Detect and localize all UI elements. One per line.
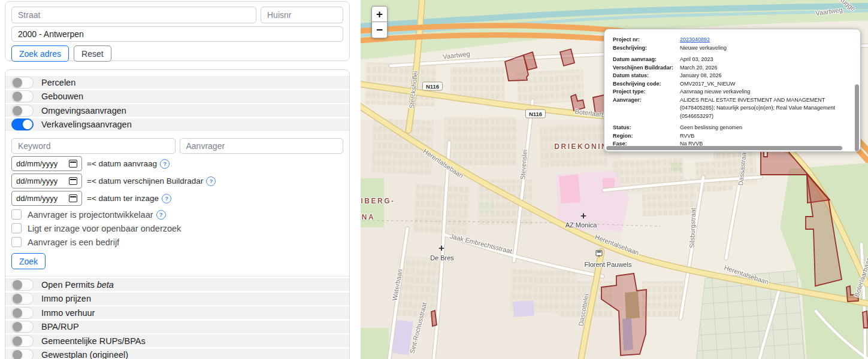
popup-horizontal-scrollbar[interactable] bbox=[606, 146, 842, 150]
layer-toggle-bpa-rup[interactable] bbox=[11, 321, 34, 333]
toggle-knob bbox=[13, 280, 22, 290]
calendar-icon[interactable] bbox=[69, 194, 77, 202]
map-label: De Bres bbox=[430, 254, 454, 261]
layer-label: Omgevingsaanvragen bbox=[41, 106, 126, 115]
project-number-link[interactable]: 2023040892 bbox=[680, 36, 710, 44]
checkbox-filter-list: Aanvrager is projectontwikkelaar?Ligt er… bbox=[11, 209, 343, 247]
detail-value: RVVB bbox=[680, 132, 694, 141]
layer-label: Gebouwen bbox=[41, 92, 83, 101]
detail-label: Datum status: bbox=[613, 72, 680, 80]
layer-toggle-gebouwen[interactable] bbox=[11, 90, 34, 102]
date-input-2[interactable]: dd/mm/yyyy bbox=[11, 191, 82, 206]
road-badge: N116 bbox=[525, 109, 546, 118]
date-filter-label: =< datum verschijnen Buildradar bbox=[87, 177, 203, 185]
date-filter-row: dd/mm/yyyy=< datum verschijnen Buildrada… bbox=[11, 174, 343, 188]
map-label: AZ Monica bbox=[565, 221, 597, 229]
checkbox-filter-row: Aanvrager is een bedrijf bbox=[11, 237, 343, 247]
search-permits-button[interactable]: Zoek bbox=[11, 253, 46, 269]
date-filter-label: =< datum aanvraag bbox=[87, 159, 157, 168]
detail-label: Beschrijving code: bbox=[613, 80, 680, 89]
project-detail-row: Beschrijving:Nieuwe verkaveling bbox=[613, 44, 849, 53]
toggle-knob bbox=[13, 78, 22, 87]
date-input-0[interactable]: dd/mm/yyyy bbox=[11, 156, 82, 171]
detail-label: Aanvrager: bbox=[613, 96, 680, 121]
buildradar-app: Zoek adres Reset PercelenGebouwenOmgevin… bbox=[0, 0, 868, 359]
project-detail-row: Status:Geen beslissing genomen bbox=[613, 124, 849, 132]
layer-label: Immo prijzen bbox=[41, 294, 91, 303]
layer-label: Open Permits beta bbox=[41, 280, 114, 290]
toggle-knob bbox=[13, 322, 22, 331]
detail-value: OMV2017_VK_NIEUW bbox=[680, 80, 736, 89]
layer-toggle-verkavelingsaanvragen[interactable] bbox=[11, 118, 34, 130]
applicant-input[interactable] bbox=[180, 138, 344, 154]
layer-row-immo-verhuur: Immo verhuur bbox=[5, 306, 349, 319]
calendar-icon[interactable] bbox=[69, 177, 77, 185]
layer-toggle-immo-prijzen[interactable] bbox=[11, 293, 34, 305]
street-input[interactable] bbox=[11, 7, 256, 23]
layer-row-immo-prijzen: Immo prijzen bbox=[5, 293, 349, 305]
reset-button[interactable]: Reset bbox=[74, 45, 111, 62]
layer-row-bpa-rup: BPA/RUP bbox=[5, 321, 349, 333]
layer-label: BPA/RUP bbox=[41, 322, 79, 331]
project-detail-group: Datum aanvraag:April 03, 2023Verschijnen… bbox=[613, 56, 849, 120]
detail-label: Region: bbox=[613, 132, 680, 141]
checkbox-filter-row: Aanvrager is projectontwikkelaar? bbox=[11, 209, 343, 220]
calendar-icon[interactable] bbox=[69, 160, 77, 168]
map-label: Herentalsebaan bbox=[723, 264, 769, 286]
detail-value: Geen beslissing genomen bbox=[680, 124, 742, 132]
layer-label: Gewestplan (origineel) bbox=[41, 350, 128, 359]
date-filter-label: =< datum ter inzage bbox=[87, 194, 159, 203]
layer-label: Gemeentelijke RUPs/BPAs bbox=[41, 336, 146, 346]
detail-value: Nieuwe verkaveling bbox=[680, 44, 727, 53]
map-label: Florent Pauwels bbox=[585, 261, 632, 268]
detail-label: Project type: bbox=[613, 88, 680, 96]
detail-value: April 03, 2023 bbox=[680, 56, 713, 64]
help-icon[interactable]: ? bbox=[156, 210, 166, 220]
project-detail-row: Datum status:January 08, 2026 bbox=[613, 72, 849, 80]
toggle-knob bbox=[13, 92, 22, 101]
municipality-input[interactable] bbox=[11, 26, 343, 42]
toggle-knob bbox=[13, 336, 22, 346]
road-badge: N116 bbox=[422, 82, 443, 91]
checkbox-label: Aanvrager is projectontwikkelaar bbox=[28, 210, 153, 220]
zoom-out-button[interactable]: − bbox=[371, 22, 388, 38]
zoom-in-button[interactable]: + bbox=[371, 6, 388, 22]
map-label: Waterbaan bbox=[391, 269, 403, 302]
date-filter-list: dd/mm/yyyy=< datum aanvraag?dd/mm/yyyy=<… bbox=[11, 156, 343, 206]
poi-cross-icon: + bbox=[438, 242, 444, 254]
layer-toggle-open-permits[interactable] bbox=[11, 279, 34, 291]
date-input-1[interactable]: dd/mm/yyyy bbox=[11, 174, 82, 188]
popup-vertical-scrollbar[interactable] bbox=[855, 84, 859, 151]
layer-toggle-gemeentelijke-rups-bpas[interactable] bbox=[11, 335, 34, 347]
project-detail-row: Project nr:2023040892 bbox=[613, 36, 849, 44]
detail-label: Datum aanvraag: bbox=[613, 56, 680, 64]
layer-row-verkavelingsaanvragen: Verkavelingsaanvragen bbox=[5, 118, 349, 131]
layer-toggle-gewestplan[interactable] bbox=[11, 349, 34, 359]
map-zoom-control: + − bbox=[371, 6, 388, 38]
sidebar: Zoek adres Reset PercelenGebouwenOmgevin… bbox=[0, 0, 357, 359]
map-canvas[interactable]: VaartwegVaartwegRuggeSterckshofleiBoterl… bbox=[361, 0, 868, 359]
map-label: Herentalsebaan bbox=[422, 147, 464, 179]
help-icon[interactable]: ? bbox=[206, 177, 216, 186]
housenumber-input[interactable] bbox=[261, 7, 343, 23]
detail-label: Verschijnen Buildradar: bbox=[613, 64, 680, 72]
map-label: Jaak Embrechtsstraat bbox=[449, 232, 513, 254]
date-filter-row: dd/mm/yyyy=< datum ter inzage? bbox=[11, 191, 343, 206]
layer-label: Percelen bbox=[41, 78, 75, 87]
checkbox-0[interactable] bbox=[11, 209, 22, 220]
layer-toggle-omgevingsaanvragen[interactable] bbox=[11, 105, 34, 117]
keyword-input[interactable] bbox=[11, 138, 176, 154]
checkbox-2[interactable] bbox=[11, 237, 22, 247]
map-label: Silsburgstraat bbox=[688, 208, 697, 248]
layer-toggle-immo-verhuur[interactable] bbox=[11, 307, 34, 319]
address-search-card: Zoek adres Reset bbox=[5, 1, 350, 61]
layer-toggle-percelen[interactable] bbox=[11, 77, 34, 89]
layer-row-omgevingsaanvragen: Omgevingsaanvragen bbox=[5, 104, 349, 117]
map-label: Vaartweg bbox=[443, 50, 471, 60]
search-address-button[interactable]: Zoek adres bbox=[11, 45, 69, 62]
help-icon[interactable]: ? bbox=[160, 159, 170, 169]
detail-label: Beschrijving: bbox=[613, 44, 680, 53]
checkbox-1[interactable] bbox=[11, 223, 22, 233]
help-icon[interactable]: ? bbox=[162, 194, 171, 203]
detail-value: Aanvraag nieuwe verkaveling bbox=[680, 88, 751, 96]
